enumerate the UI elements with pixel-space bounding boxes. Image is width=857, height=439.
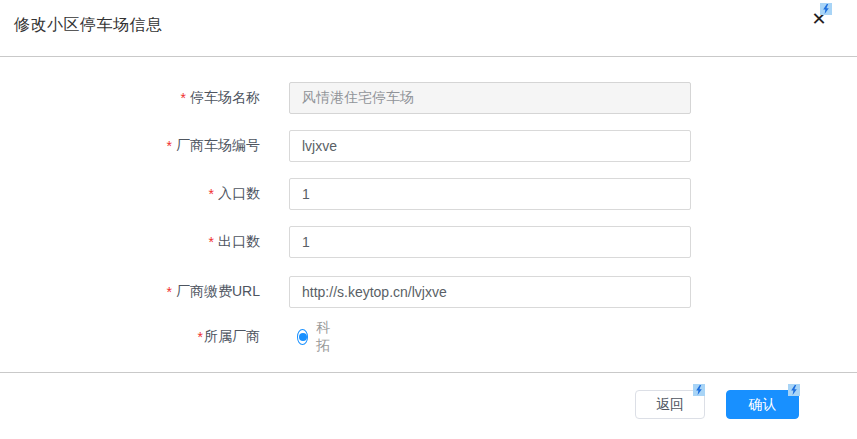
confirm-button[interactable]: 确认 [726, 390, 799, 419]
field-label-text: 入口数 [218, 185, 260, 203]
field-label-text: 厂商车场编号 [176, 137, 260, 155]
parking-name-input [289, 82, 691, 114]
vendor-radio-keytop[interactable]: 科拓 [297, 322, 335, 352]
required-asterisk: * [181, 90, 186, 106]
field-label: * 所属厂商 [40, 322, 260, 352]
radio-selected-icon [297, 329, 308, 345]
modal-title: 修改小区停车场信息 [14, 15, 163, 36]
required-asterisk: * [209, 234, 214, 250]
entrance-count-input[interactable] [289, 178, 691, 210]
close-icon[interactable]: ✕ [808, 8, 830, 30]
footer-divider [0, 372, 857, 373]
vendor-code-input[interactable] [289, 130, 691, 162]
required-asterisk: * [167, 284, 172, 300]
required-asterisk: * [198, 329, 203, 345]
required-asterisk: * [167, 138, 172, 154]
required-asterisk: * [209, 186, 214, 202]
field-label-text: 厂商缴费URL [176, 283, 260, 301]
field-label-text: 出口数 [218, 233, 260, 251]
header-divider [0, 56, 857, 57]
field-label: * 入口数 [40, 178, 260, 210]
field-label-text: 所属厂商 [204, 328, 260, 346]
field-label: * 厂商车场编号 [40, 130, 260, 162]
field-label: * 出口数 [40, 226, 260, 258]
back-button[interactable]: 返回 [635, 390, 705, 419]
exit-count-input[interactable] [289, 226, 691, 258]
field-label-text: 停车场名称 [190, 89, 260, 107]
radio-label: 科拓 [316, 319, 335, 355]
payment-url-input[interactable] [289, 276, 691, 308]
field-label: * 停车场名称 [40, 82, 260, 114]
field-label: * 厂商缴费URL [40, 276, 260, 308]
